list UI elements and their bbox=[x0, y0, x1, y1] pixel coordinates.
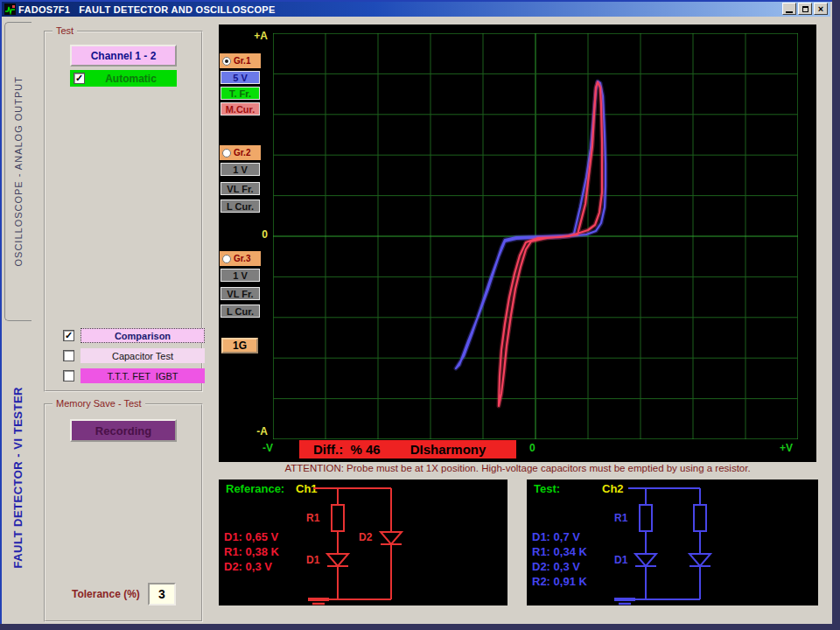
test-groupbox: Test Channel 1 - 2 ✓ Automatic ✓ Compari… bbox=[44, 31, 203, 392]
gr1-radio[interactable] bbox=[222, 57, 231, 66]
difference-status-banner: Diff.: % 46 DIsharmony bbox=[299, 440, 516, 458]
gr2-label: Gr.2 bbox=[234, 148, 250, 158]
y-axis-label-minus-a: -A bbox=[242, 425, 268, 438]
test-circuit-diagram: R1 D1 bbox=[527, 480, 818, 606]
window-title: FADOS7F1 FAULT DETECTOR AND OSCILLOSCOPE bbox=[18, 4, 276, 15]
minimize-icon bbox=[786, 11, 793, 13]
titlebar: FADOS7F1 FAULT DETECTOR AND OSCILLOSCOPE… bbox=[2, 2, 830, 17]
memory-save-groupbox: Memory Save - Test Recording Tolerance (… bbox=[44, 403, 203, 622]
attention-message: ATTENTION: Probe must be at 1X position.… bbox=[219, 463, 816, 478]
gr3-label: Gr.3 bbox=[234, 254, 250, 263]
gr3-frequency-button[interactable]: VL Fr. bbox=[220, 287, 260, 300]
tab-fault-detector-label: FAULT DETECTOR - VI TESTER bbox=[11, 387, 24, 569]
capacitor-test-checkbox[interactable] bbox=[63, 350, 74, 361]
x-axis-label-zero: 0 bbox=[529, 442, 536, 454]
reference-circuit-diagram: R1 D1 D2 bbox=[219, 480, 508, 606]
component-label-r1: R1 bbox=[306, 512, 320, 524]
gr1-voltage-button[interactable]: 5 V bbox=[220, 71, 260, 84]
channel-1-2-button[interactable]: Channel 1 - 2 bbox=[70, 45, 177, 66]
x-axis-label-minus-v: -V bbox=[262, 442, 273, 454]
comparison-checkbox[interactable]: ✓ bbox=[63, 330, 74, 341]
component-label-d1: D1 bbox=[614, 554, 628, 566]
test-group-label: Test bbox=[52, 25, 77, 36]
gr3-voltage-button[interactable]: 1 V bbox=[220, 269, 260, 282]
tab-fault-detector-vi-tester[interactable]: FAULT DETECTOR - VI TESTER bbox=[5, 340, 30, 616]
ttt-fet-igbt-label: T.T.T. FET IGBT bbox=[80, 368, 205, 383]
component-label-r1: R1 bbox=[614, 512, 628, 524]
y-axis-label-zero: 0 bbox=[242, 228, 268, 241]
scope-grid-svg bbox=[273, 33, 798, 439]
tab-oscilloscope-analog-output[interactable]: OSCILLOSCOPE - ANALOG OUTPUT bbox=[4, 22, 32, 321]
one-g-button[interactable]: 1G bbox=[221, 338, 258, 354]
gr3-radio[interactable] bbox=[222, 255, 231, 263]
gr2-frequency-button[interactable]: VL Fr. bbox=[220, 182, 260, 195]
close-icon: × bbox=[818, 4, 823, 13]
tolerance-label: Tolerance (%) bbox=[72, 588, 140, 600]
trace-reference-ch1 bbox=[499, 82, 602, 406]
gr2-radio[interactable] bbox=[222, 149, 231, 158]
gr1-label: Gr.1 bbox=[234, 56, 250, 66]
tab-oscilloscope-label: OSCILLOSCOPE - ANALOG OUTPUT bbox=[13, 76, 24, 267]
capacitor-test-label: Capacitor Test bbox=[80, 348, 205, 363]
comparison-checkbox-row[interactable]: ✓ Comparison bbox=[63, 328, 205, 343]
trace-test-ch2 bbox=[456, 81, 606, 368]
difference-value: Diff.: % 46 bbox=[313, 442, 381, 457]
reference-channel-panel: Referance: Ch1 D1: 0,65 V R1: 0,38 K D2:… bbox=[219, 480, 508, 606]
gr2-voltage-button[interactable]: 1 V bbox=[220, 163, 260, 176]
gain-group-1-radio-row[interactable]: Gr.1 bbox=[220, 53, 261, 68]
x-axis-label-plus-v: +V bbox=[780, 442, 793, 454]
oscilloscope-display: Gr.1 5 V T. Fr. M.Cur. Gr.2 1 V VL Fr. L… bbox=[219, 24, 816, 462]
gr3-current-button[interactable]: L Cur. bbox=[220, 304, 260, 318]
test-channel-panel: Test: Ch2 D1: 0,7 V R1: 0,34 K D2: 0,3 V… bbox=[527, 480, 818, 606]
ttt-fet-igbt-checkbox-row[interactable]: T.T.T. FET IGBT bbox=[63, 368, 205, 383]
minimize-button[interactable] bbox=[782, 3, 796, 15]
tolerance-input[interactable] bbox=[148, 583, 176, 606]
y-axis-label-plus-a: +A bbox=[242, 30, 268, 42]
restore-icon bbox=[802, 6, 808, 12]
comparison-label: Comparison bbox=[80, 328, 205, 343]
gr1-current-button[interactable]: M.Cur. bbox=[220, 102, 260, 116]
automatic-checkbox[interactable]: ✓ bbox=[74, 73, 85, 84]
gain-group-2-radio-row[interactable]: Gr.2 bbox=[220, 145, 261, 160]
ttt-fet-igbt-checkbox[interactable] bbox=[63, 370, 74, 382]
app-screen: FADOS7F1 FAULT DETECTOR AND OSCILLOSCOPE… bbox=[0, 0, 840, 630]
gr2-current-button[interactable]: L Cur. bbox=[220, 200, 260, 213]
automatic-checkbox-row[interactable]: ✓ Automatic bbox=[70, 70, 177, 87]
app-icon bbox=[4, 4, 16, 15]
component-label-d1: D1 bbox=[306, 554, 320, 566]
component-label-d2: D2 bbox=[359, 531, 373, 543]
gain-group-3-radio-row[interactable]: Gr.3 bbox=[220, 251, 261, 266]
capacitor-test-checkbox-row[interactable]: Capacitor Test bbox=[63, 348, 205, 363]
memory-save-group-label: Memory Save - Test bbox=[52, 398, 145, 409]
trace-test-ch2 bbox=[456, 81, 606, 368]
recording-button[interactable]: Recording bbox=[70, 419, 177, 442]
gr1-frequency-button[interactable]: T. Fr. bbox=[220, 87, 260, 100]
automatic-label: Automatic bbox=[85, 73, 177, 85]
restore-button[interactable] bbox=[798, 3, 812, 15]
difference-status: DIsharmony bbox=[410, 442, 486, 457]
close-button[interactable]: × bbox=[814, 3, 828, 15]
window-controls: × bbox=[782, 3, 828, 15]
trace-reference-ch1 bbox=[499, 82, 602, 406]
